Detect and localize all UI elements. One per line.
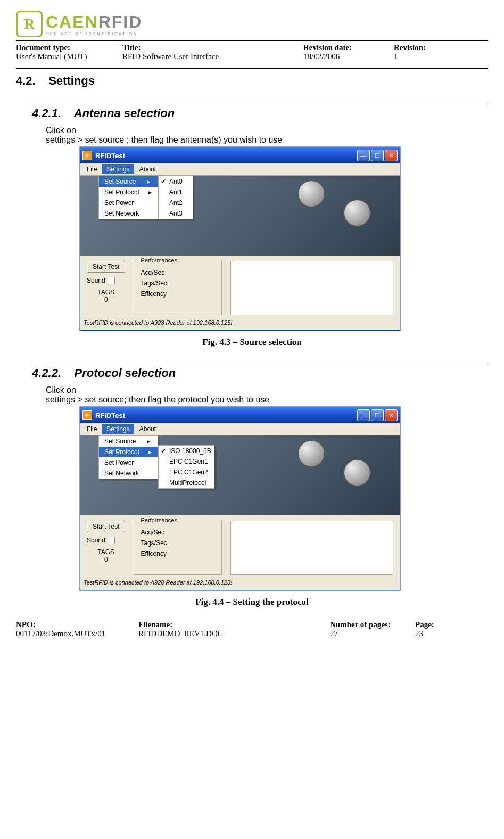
performances-legend: Performances xyxy=(138,517,179,523)
set-protocol-label: Set Protocol xyxy=(104,188,139,196)
app-icon: 井 xyxy=(82,410,92,420)
set-network-item[interactable]: Set Network xyxy=(99,208,158,219)
menu-about[interactable]: About xyxy=(135,164,160,174)
doc-footer: NPO: 00117/03:Demox.MUTx/01 Filename: RF… xyxy=(16,620,488,638)
logo-tagline: THE ART OF IDENTIFICATION xyxy=(46,32,142,36)
pages-value: 27 xyxy=(330,629,415,638)
title-label: Title: xyxy=(122,43,282,52)
title-value: RFID Software User Interface xyxy=(122,52,282,61)
sub1-title: Antenna selection xyxy=(74,106,175,120)
sound-checkbox[interactable] xyxy=(108,277,115,284)
antenna-connector-icon xyxy=(298,180,325,208)
performances-group: Performances Acq/Sec Tags/Sec Efficency xyxy=(134,261,222,315)
window-title: RFIDTest xyxy=(95,412,357,420)
window-title: RFIDTest xyxy=(95,152,357,160)
rev-date-label: Revision date: xyxy=(303,43,373,52)
output-panel xyxy=(230,261,393,315)
npo-label: NPO: xyxy=(16,620,138,629)
tags-label: TAGS xyxy=(87,548,125,556)
logo-text: CAENRFID xyxy=(46,12,142,32)
section-title: Settings xyxy=(48,74,95,87)
doc-type: User's Manual (MUT) xyxy=(16,52,101,61)
performances-legend: Performances xyxy=(138,257,179,264)
ant2-item[interactable]: Ant2 xyxy=(159,198,193,208)
revision: 1 xyxy=(394,52,426,61)
minimize-button[interactable]: — xyxy=(357,150,370,161)
logo-rfid: RFID xyxy=(98,12,143,31)
statusbar: TestRFID is connected to A928 Reader at … xyxy=(80,578,400,590)
maximize-button[interactable]: ☐ xyxy=(371,150,384,161)
doc-header: Document type: User's Manual (MUT) Title… xyxy=(16,43,488,61)
set-power-item[interactable]: Set Power xyxy=(99,198,158,208)
menu-file[interactable]: File xyxy=(82,424,101,434)
pages-label: Number of pages: xyxy=(330,620,415,629)
sub2-text1: Click on xyxy=(46,385,488,395)
performances-group: Performances Acq/Sec Tags/Sec Efficency xyxy=(134,521,222,575)
acq-sec-label: Acq/Sec xyxy=(141,529,215,536)
menu-file[interactable]: File xyxy=(82,164,101,174)
check-icon: ✔ xyxy=(161,447,166,455)
logo-region: R CAENRFID THE ART OF IDENTIFICATION xyxy=(16,11,488,37)
antenna-connector-icon xyxy=(298,440,325,467)
set-protocol-item[interactable]: Set Protocol ▸ xyxy=(99,447,158,457)
ant3-item[interactable]: Ant3 xyxy=(159,208,193,219)
menu-settings[interactable]: Settings xyxy=(102,164,134,174)
app-icon: 井 xyxy=(82,151,92,160)
logo-mark: R xyxy=(16,11,43,37)
start-test-button[interactable]: Start Test xyxy=(87,261,125,273)
ant1-item[interactable]: Ant1 xyxy=(159,187,193,198)
protocol-submenu: ✔ISO 18000_6B EPC C1Gen1 EPC C1Gen2 Mult… xyxy=(158,445,214,489)
menu-settings[interactable]: Settings xyxy=(102,424,134,434)
sub2-text2: settings > set source; then flag the pro… xyxy=(46,395,488,405)
menubar: File Settings About xyxy=(80,423,400,435)
source-submenu: ✔Ant0 Ant1 Ant2 Ant3 xyxy=(158,176,193,219)
titlebar[interactable]: 井 RFIDTest — ☐ ✕ xyxy=(80,147,400,163)
sub2-title: Protocol selection xyxy=(75,366,176,380)
sound-checkbox[interactable] xyxy=(108,537,115,544)
revision-label: Revision: xyxy=(394,43,426,52)
menubar: File Settings About xyxy=(80,163,400,176)
settings-dropdown: Set Source ▸ Set Protocol ▸ Set Power Se… xyxy=(98,176,158,219)
set-source-label: Set Source xyxy=(104,438,136,445)
set-power-item[interactable]: Set Power xyxy=(99,457,158,468)
output-panel xyxy=(230,521,393,575)
minimize-button[interactable]: — xyxy=(357,409,370,421)
figure-4-4: 井 RFIDTest — ☐ ✕ File Settings About Set… xyxy=(80,407,488,590)
chevron-right-icon: ▸ xyxy=(148,448,152,456)
sub1-text1: Click on xyxy=(46,126,488,135)
logo-caen: CAEN xyxy=(46,12,98,31)
start-test-button[interactable]: Start Test xyxy=(87,521,125,532)
epc-c1gen1-item[interactable]: EPC C1Gen1 xyxy=(159,456,214,467)
filename-label: Filename: xyxy=(138,620,330,629)
chevron-right-icon: ▸ xyxy=(148,188,152,196)
ant0-label: Ant0 xyxy=(169,178,183,185)
set-protocol-label: Set Protocol xyxy=(104,448,139,456)
statusbar: TestRFID is connected to A928 Reader at … xyxy=(80,318,400,330)
set-protocol-item[interactable]: Set Protocol ▸ xyxy=(99,187,158,198)
iso18000-item[interactable]: ✔ISO 18000_6B xyxy=(159,446,214,456)
ant0-item[interactable]: ✔Ant0 xyxy=(159,176,193,187)
set-source-item[interactable]: Set Source ▸ xyxy=(99,436,158,447)
menu-about[interactable]: About xyxy=(135,424,160,434)
chevron-right-icon: ▸ xyxy=(147,178,150,185)
iso18000-label: ISO 18000_6B xyxy=(169,447,211,455)
acq-sec-label: Acq/Sec xyxy=(141,269,215,276)
set-network-item[interactable]: Set Network xyxy=(99,468,158,479)
sub1-num: 4.2.1. xyxy=(32,106,61,120)
epc-c1gen2-item[interactable]: EPC C1Gen2 xyxy=(159,467,214,478)
section-heading: 4.2. Settings xyxy=(16,74,488,88)
multiprotocol-item[interactable]: MultiProtocol xyxy=(159,478,214,488)
antenna-connector-icon xyxy=(343,459,371,487)
sub2-num: 4.2.2. xyxy=(32,366,61,380)
tags-sec-label: Tags/Sec xyxy=(141,539,215,547)
titlebar[interactable]: 井 RFIDTest — ☐ ✕ xyxy=(80,407,400,423)
tags-count: 0 xyxy=(87,296,125,303)
chevron-right-icon: ▸ xyxy=(147,438,150,445)
close-button[interactable]: ✕ xyxy=(385,409,398,421)
close-button[interactable]: ✕ xyxy=(385,150,398,161)
maximize-button[interactable]: ☐ xyxy=(371,409,384,421)
tags-label: TAGS xyxy=(87,289,125,296)
efficiency-label: Efficency xyxy=(141,550,215,557)
set-source-item[interactable]: Set Source ▸ xyxy=(99,176,158,187)
rev-date: 18/02/2006 xyxy=(303,52,373,61)
